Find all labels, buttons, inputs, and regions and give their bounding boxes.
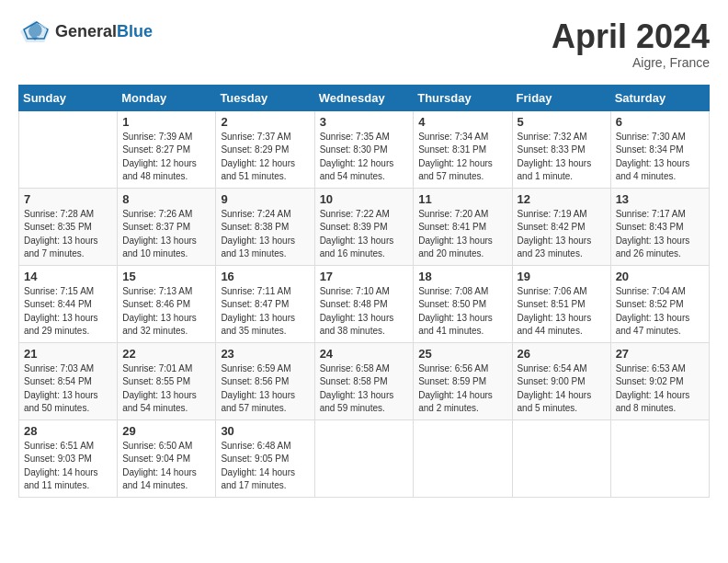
day-number: 26 [518,347,606,361]
day-number: 21 [24,347,112,361]
calendar-cell [512,419,610,497]
calendar-cell: 15Sunrise: 7:13 AM Sunset: 8:46 PM Dayli… [118,265,216,342]
logo-general: General [55,22,117,40]
title-area: April 2024 Aigre, France [552,18,710,70]
day-number: 30 [221,424,309,438]
calendar-cell: 22Sunrise: 7:01 AM Sunset: 8:55 PM Dayli… [118,342,216,419]
calendar-cell: 6Sunrise: 7:30 AM Sunset: 8:34 PM Daylig… [610,110,709,188]
calendar-cell: 17Sunrise: 7:10 AM Sunset: 8:48 PM Dayli… [314,265,414,342]
day-number: 24 [320,347,409,361]
calendar-cell: 27Sunrise: 6:53 AM Sunset: 9:02 PM Dayli… [610,342,709,419]
day-info: Sunrise: 7:35 AM Sunset: 8:30 PM Dayligh… [320,131,409,184]
calendar-cell: 28Sunrise: 6:51 AM Sunset: 9:03 PM Dayli… [19,419,118,497]
day-number: 9 [221,192,309,206]
calendar-week-2: 7Sunrise: 7:28 AM Sunset: 8:35 PM Daylig… [19,188,710,265]
calendar-week-1: 1Sunrise: 7:39 AM Sunset: 8:27 PM Daylig… [19,110,710,188]
day-number: 18 [418,270,506,283]
day-info: Sunrise: 7:32 AM Sunset: 8:33 PM Dayligh… [518,131,606,184]
calendar-header-wednesday: Wednesday [314,85,414,110]
calendar-cell: 8Sunrise: 7:26 AM Sunset: 8:37 PM Daylig… [118,188,216,265]
day-number: 14 [24,270,112,283]
calendar-cell: 29Sunrise: 6:50 AM Sunset: 9:04 PM Dayli… [118,419,216,497]
day-number: 4 [418,115,506,129]
calendar-cell: 16Sunrise: 7:11 AM Sunset: 8:47 PM Dayli… [216,265,314,342]
day-number: 2 [221,115,309,129]
day-info: Sunrise: 6:48 AM Sunset: 9:05 PM Dayligh… [221,440,309,493]
calendar-cell: 30Sunrise: 6:48 AM Sunset: 9:05 PM Dayli… [216,419,314,497]
calendar-cell: 4Sunrise: 7:34 AM Sunset: 8:31 PM Daylig… [414,110,512,188]
day-number: 12 [518,192,606,206]
day-number: 5 [518,115,606,129]
calendar-header-tuesday: Tuesday [216,85,314,110]
calendar-header-friday: Friday [512,85,610,110]
day-info: Sunrise: 7:30 AM Sunset: 8:34 PM Dayligh… [616,131,704,184]
calendar-week-4: 21Sunrise: 7:03 AM Sunset: 8:54 PM Dayli… [19,342,710,419]
day-info: Sunrise: 7:17 AM Sunset: 8:43 PM Dayligh… [616,208,704,261]
day-info: Sunrise: 6:59 AM Sunset: 8:56 PM Dayligh… [221,362,309,416]
calendar-cell: 9Sunrise: 7:24 AM Sunset: 8:38 PM Daylig… [216,188,314,265]
day-info: Sunrise: 6:53 AM Sunset: 9:02 PM Dayligh… [616,362,704,416]
day-number: 25 [418,347,506,361]
day-number: 10 [320,192,409,206]
calendar-cell: 10Sunrise: 7:22 AM Sunset: 8:39 PM Dayli… [314,188,414,265]
calendar-cell [314,419,414,497]
calendar-cell: 13Sunrise: 7:17 AM Sunset: 8:43 PM Dayli… [610,188,709,265]
day-info: Sunrise: 7:24 AM Sunset: 8:38 PM Dayligh… [221,208,309,261]
day-info: Sunrise: 7:10 AM Sunset: 8:48 PM Dayligh… [320,285,409,339]
calendar-week-5: 28Sunrise: 6:51 AM Sunset: 9:03 PM Dayli… [19,419,710,497]
page-header: GeneralBlue April 2024 Aigre, France [18,18,710,70]
day-info: Sunrise: 7:04 AM Sunset: 8:52 PM Dayligh… [616,285,704,339]
logo-text: GeneralBlue [55,22,153,41]
day-info: Sunrise: 7:15 AM Sunset: 8:44 PM Dayligh… [24,285,112,339]
day-info: Sunrise: 6:54 AM Sunset: 9:00 PM Dayligh… [518,362,606,416]
logo-blue: Blue [117,22,153,40]
day-info: Sunrise: 7:03 AM Sunset: 8:54 PM Dayligh… [24,362,112,416]
day-info: Sunrise: 7:08 AM Sunset: 8:50 PM Dayligh… [418,285,506,339]
calendar-cell: 1Sunrise: 7:39 AM Sunset: 8:27 PM Daylig… [118,110,216,188]
calendar-cell: 18Sunrise: 7:08 AM Sunset: 8:50 PM Dayli… [414,265,512,342]
calendar-header-saturday: Saturday [610,85,709,110]
calendar-header-row: SundayMondayTuesdayWednesdayThursdayFrid… [19,85,710,110]
day-info: Sunrise: 7:37 AM Sunset: 8:29 PM Dayligh… [221,131,309,184]
calendar-cell: 21Sunrise: 7:03 AM Sunset: 8:54 PM Dayli… [19,342,118,419]
calendar-cell: 14Sunrise: 7:15 AM Sunset: 8:44 PM Dayli… [19,265,118,342]
day-info: Sunrise: 6:50 AM Sunset: 9:04 PM Dayligh… [122,440,210,493]
day-number: 27 [616,347,704,361]
day-number: 29 [122,424,210,438]
day-number: 1 [122,115,210,129]
calendar-cell: 5Sunrise: 7:32 AM Sunset: 8:33 PM Daylig… [512,110,610,188]
month-title: April 2024 [552,18,710,55]
day-info: Sunrise: 7:13 AM Sunset: 8:46 PM Dayligh… [122,285,210,339]
calendar-cell: 20Sunrise: 7:04 AM Sunset: 8:52 PM Dayli… [610,265,709,342]
day-number: 3 [320,115,409,129]
calendar-cell [414,419,512,497]
calendar-header-thursday: Thursday [414,85,512,110]
day-number: 22 [122,347,210,361]
day-info: Sunrise: 7:34 AM Sunset: 8:31 PM Dayligh… [418,131,506,184]
calendar-header-monday: Monday [118,85,216,110]
location: Aigre, France [552,55,710,70]
day-info: Sunrise: 6:58 AM Sunset: 8:58 PM Dayligh… [320,362,409,416]
calendar-cell: 23Sunrise: 6:59 AM Sunset: 8:56 PM Dayli… [216,342,314,419]
day-info: Sunrise: 7:06 AM Sunset: 8:51 PM Dayligh… [518,285,606,339]
day-number: 17 [320,270,409,283]
calendar-cell: 25Sunrise: 6:56 AM Sunset: 8:59 PM Dayli… [414,342,512,419]
calendar-cell [610,419,709,497]
calendar-cell: 12Sunrise: 7:19 AM Sunset: 8:42 PM Dayli… [512,188,610,265]
day-info: Sunrise: 7:20 AM Sunset: 8:41 PM Dayligh… [418,208,506,261]
logo-icon [18,18,51,44]
calendar-cell: 26Sunrise: 6:54 AM Sunset: 9:00 PM Dayli… [512,342,610,419]
day-info: Sunrise: 7:19 AM Sunset: 8:42 PM Dayligh… [518,208,606,261]
day-number: 16 [221,270,309,283]
calendar-cell: 7Sunrise: 7:28 AM Sunset: 8:35 PM Daylig… [19,188,118,265]
day-info: Sunrise: 6:51 AM Sunset: 9:03 PM Dayligh… [24,440,112,493]
calendar-header-sunday: Sunday [19,85,118,110]
day-info: Sunrise: 7:39 AM Sunset: 8:27 PM Dayligh… [122,131,210,184]
day-info: Sunrise: 7:26 AM Sunset: 8:37 PM Dayligh… [122,208,210,261]
day-info: Sunrise: 7:01 AM Sunset: 8:55 PM Dayligh… [122,362,210,416]
day-info: Sunrise: 7:11 AM Sunset: 8:47 PM Dayligh… [221,285,309,339]
day-number: 6 [616,115,704,129]
day-number: 28 [24,424,112,438]
day-number: 23 [221,347,309,361]
calendar-cell: 24Sunrise: 6:58 AM Sunset: 8:58 PM Dayli… [314,342,414,419]
